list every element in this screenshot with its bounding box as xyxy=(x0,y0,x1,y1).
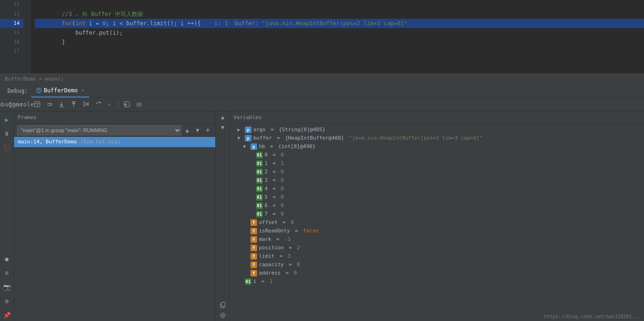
svg-marker-8 xyxy=(51,103,53,105)
badge-offset: f xyxy=(250,219,257,226)
line-num-17: 17 xyxy=(0,47,23,56)
var-buffer: ▼ p buffer = {HeapIntBuffer@488} "java.n… xyxy=(230,134,644,142)
badge-limit: f xyxy=(250,253,257,260)
step-into-btn[interactable] xyxy=(56,99,67,110)
var-hb-1: 01 1 = 1 xyxy=(230,159,644,168)
scroll-down-btn[interactable]: ▼ xyxy=(218,123,227,132)
code-line-15: buffer.put(i); xyxy=(35,28,644,37)
var-val-buffer-str: "java.nio.HeapIntBuffer[pos=2 lim=3 cap=… xyxy=(349,134,483,142)
svg-marker-11 xyxy=(60,105,63,106)
badge-hb-1: 01 xyxy=(256,160,263,167)
var-name-buffer: buffer xyxy=(253,134,272,142)
tab-close-icon[interactable]: ✕ xyxy=(82,84,84,97)
var-i: 01 i = 1 xyxy=(230,277,644,286)
expand-buffer[interactable]: ▼ xyxy=(237,134,243,142)
frames-up-btn[interactable]: ▲ xyxy=(182,126,192,135)
svg-rect-26 xyxy=(221,302,225,306)
badge-args: p xyxy=(245,127,251,133)
line-num-16: 16 xyxy=(0,37,23,47)
add-watch-btn[interactable]: ● xyxy=(1,253,13,265)
badge-hb-0: 01 xyxy=(256,152,263,158)
separator-2 xyxy=(118,101,119,108)
separator-1 xyxy=(29,101,29,108)
frames-panel: Frames "main"@1 in group "main": RUNNING… xyxy=(14,112,216,321)
line-num-12: 12 xyxy=(0,0,23,9)
restore-layout-btn[interactable] xyxy=(31,99,43,110)
var-val-isreadonly: false xyxy=(303,227,318,235)
gutter-14 xyxy=(23,19,31,28)
var-hb-7: 01 7 = 0 xyxy=(230,210,644,218)
inspect-btn[interactable] xyxy=(218,311,227,320)
step-into-icon xyxy=(59,101,65,107)
svg-marker-18 xyxy=(100,102,101,104)
var-name-i: i xyxy=(253,277,257,286)
step-out-btn[interactable] xyxy=(68,99,79,110)
debug-content: ▶ ⏸ ⬛ ● ⊘ 📷 ⚙ 📌 Frames "main"@1 in group… xyxy=(0,112,644,321)
copy-btn[interactable] xyxy=(218,300,227,310)
var-limit: f limit = 3 xyxy=(230,252,644,261)
restore-layout-icon xyxy=(34,101,40,107)
tab-bufferdemo[interactable]: BufferDemo ✕ xyxy=(31,84,89,97)
gutter-17 xyxy=(23,47,31,56)
pause-btn[interactable]: ⏸ xyxy=(1,127,13,140)
debug-label: Debug: xyxy=(4,88,31,94)
code-line-12 xyxy=(35,0,644,9)
var-val-args: {String[0]@485} xyxy=(279,126,325,134)
resume-btn[interactable]: ▶ xyxy=(1,113,13,126)
var-position: f position = 2 xyxy=(230,244,644,252)
tab-bufferdemo-label: BufferDemo xyxy=(44,84,77,97)
mute-btn[interactable]: ⊘ xyxy=(1,267,13,279)
frames-down-btn[interactable]: ▼ xyxy=(193,126,202,135)
variables-header: Variables xyxy=(230,112,644,124)
var-hb-3: 01 3 = 0 xyxy=(230,176,644,185)
var-isreadonly: f isReadOnly = false xyxy=(230,227,644,235)
left-action-bar: ▶ ⏸ ⬛ ● ⊘ 📷 ⚙ 📌 xyxy=(0,112,14,321)
throw-btn[interactable]: ↷ xyxy=(105,99,116,110)
trace-btn[interactable] xyxy=(133,99,144,110)
var-hb-0: 01 0 = 0 xyxy=(230,151,644,159)
var-name-mark: mark xyxy=(259,235,272,244)
step-over-btn[interactable] xyxy=(44,99,55,110)
gutter xyxy=(23,0,31,74)
snapshot-btn[interactable]: 📷 xyxy=(1,281,13,293)
code-line-17 xyxy=(35,47,644,56)
debug-main-area: Frames "main"@1 in group "main": RUNNING… xyxy=(14,112,644,321)
run-to-cursor-btn[interactable] xyxy=(80,99,91,110)
stop-btn[interactable]: ⬛ xyxy=(1,142,13,154)
thread-select[interactable]: "main"@1 in group "main": RUNNING xyxy=(17,125,182,135)
console-tab[interactable]: >_ Console xyxy=(15,99,26,110)
gutter-13 xyxy=(23,9,31,19)
console-label: Console xyxy=(8,101,34,108)
expand-hb[interactable]: ▼ xyxy=(243,142,249,151)
frame-item-0[interactable]: main:14, BufferDemo (kim.hsl.nio) xyxy=(14,137,215,147)
reset-btn[interactable] xyxy=(92,99,104,110)
code-line-16: } xyxy=(35,37,644,47)
trace-icon xyxy=(136,101,142,107)
line-numbers: 12 13 14 15 16 17 xyxy=(0,0,23,74)
main-container: 12 13 14 15 16 17 //3 . 向 Buffer 中写入数据 xyxy=(0,0,644,321)
debug-panel: Debug: BufferDemo ✕ Debugger >_ xyxy=(0,84,644,321)
var-name-address: address xyxy=(259,269,280,277)
pin-btn[interactable]: 📌 xyxy=(1,309,13,321)
svg-text:▦: ▦ xyxy=(125,103,127,106)
evaluate-icon: ▦ xyxy=(124,101,130,107)
expand-args[interactable]: ▶ xyxy=(237,126,243,134)
frames-add-btn[interactable]: + xyxy=(203,126,212,135)
inspect-icon xyxy=(220,312,226,319)
frames-list: main:14, BufferDemo (kim.hsl.nio) xyxy=(14,137,215,321)
var-val-i: 1 xyxy=(270,277,273,286)
code-content: //3 . 向 Buffer 中写入数据 for(int i = 0; i < … xyxy=(31,0,644,74)
var-val-limit: 3 xyxy=(288,252,291,261)
frames-header: Frames xyxy=(14,112,215,124)
var-eq-buffer: = xyxy=(274,134,283,142)
variables-list: ▶ p args = {String[0]@485} ▼ p buffer = xyxy=(230,124,644,321)
var-hb: ▼ p hb = {int[8]@490} xyxy=(230,142,644,151)
evaluate-btn[interactable]: ▦ xyxy=(121,99,132,110)
settings-btn[interactable]: ⚙ xyxy=(1,295,13,307)
var-hb-6: 01 6 = 0 xyxy=(230,202,644,210)
bug-icon xyxy=(36,88,42,93)
svg-marker-14 xyxy=(72,102,75,104)
scroll-up-btn[interactable]: ▲ xyxy=(218,112,227,122)
var-val-mark: -1 xyxy=(284,235,290,244)
gutter-12 xyxy=(23,0,31,9)
